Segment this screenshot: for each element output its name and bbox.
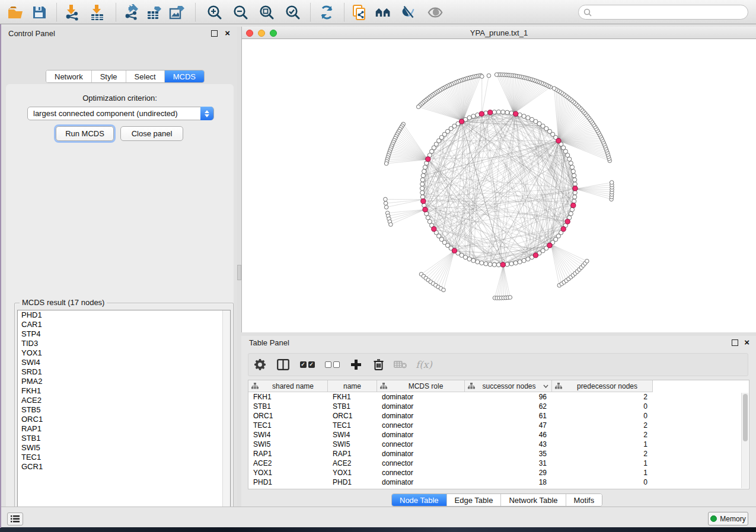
mcds-result-item[interactable]: SWI5 (18, 443, 230, 453)
close-table-panel-icon[interactable]: × (744, 336, 749, 348)
table-cell: 1 (552, 468, 653, 477)
column-label: successor nodes (475, 382, 543, 390)
table-cell: PHD1 (248, 477, 328, 487)
mcds-result-item[interactable]: ACE2 (18, 396, 230, 405)
mcds-list-scrollbar[interactable] (222, 310, 230, 520)
import-network-icon[interactable] (64, 4, 81, 21)
column-label: name (328, 382, 377, 390)
show-details-icon[interactable] (427, 4, 444, 21)
table-row[interactable]: FKH1FKH1dominator962 (248, 392, 749, 402)
table-row[interactable]: SWI4SWI4dominator462 (248, 430, 749, 440)
float-panel-icon[interactable] (211, 30, 218, 37)
tab-style[interactable]: Style (92, 70, 126, 82)
add-column-icon[interactable] (344, 357, 367, 373)
table-bottom-tabs: Node TableEdge TableNetwork TableMotifs (391, 493, 602, 507)
mcds-result-item[interactable]: ORC1 (18, 415, 230, 424)
zoom-selected-icon[interactable] (285, 4, 301, 21)
mcds-result-item[interactable]: RAP1 (18, 424, 230, 434)
chevron-down-icon[interactable] (543, 384, 548, 388)
table-row[interactable]: PHD1PHD1dominator180 (248, 477, 749, 487)
refresh-layout-icon[interactable] (318, 4, 335, 21)
splitter-grip[interactable] (237, 265, 241, 280)
column-header-name[interactable]: name (328, 380, 377, 392)
birds-eye-icon[interactable] (375, 4, 391, 21)
mcds-result-item[interactable]: SRD1 (18, 367, 230, 377)
tab-network-table[interactable]: Network Table (501, 494, 566, 506)
mcds-result-item[interactable]: SWI4 (18, 358, 230, 367)
mcds-result-list[interactable]: PHD1CAR1STP4TID3YOX1SWI4SRD1PMA2FKH1ACE2… (17, 310, 231, 521)
export-network-icon[interactable] (123, 4, 140, 21)
hierarchy-icon (251, 383, 259, 389)
mcds-result-item[interactable]: STB5 (18, 405, 230, 415)
table-panel: Table Panel × ✓✓ (241, 336, 756, 507)
mcds-result-item[interactable]: STB1 (18, 434, 230, 443)
float-table-panel-icon[interactable] (732, 339, 738, 346)
tab-node-table[interactable]: Node Table (392, 494, 447, 506)
copy-network-icon[interactable] (351, 4, 368, 21)
column-header-shared-name[interactable]: shared name (248, 380, 328, 392)
table-row[interactable]: SWI5SWI5connector431 (248, 440, 749, 449)
mcds-result-item[interactable]: STP4 (18, 329, 230, 339)
export-image-icon[interactable] (168, 4, 185, 21)
task-history-button[interactable] (7, 512, 23, 525)
mcds-result-item[interactable]: TEC1 (18, 453, 230, 462)
vertical-splitter[interactable] (237, 27, 241, 507)
table-row[interactable]: STB1STB1dominator620 (248, 402, 749, 411)
dropdown-stepper-icon[interactable] (200, 107, 213, 120)
table-row[interactable]: YOX1YOX1connector291 (248, 468, 749, 477)
tab-edge-table[interactable]: Edge Table (447, 494, 502, 506)
control-panel: Control Panel × NetworkStyleSelectMCDS O… (1, 27, 237, 507)
mcds-result-item[interactable]: YOX1 (18, 348, 230, 358)
table-scrollbar-thumb[interactable] (743, 394, 748, 441)
table-row[interactable]: ACE2ACE2connector311 (248, 459, 749, 468)
table-toolbar: ✓✓ f(x) (248, 353, 748, 376)
zoom-out-icon[interactable] (232, 4, 249, 21)
deselect-all-icon[interactable] (320, 357, 344, 373)
import-table-icon[interactable] (89, 4, 106, 21)
table-row[interactable]: RAP1RAP1dominator352 (248, 449, 749, 459)
zoom-in-icon[interactable] (206, 4, 223, 21)
tab-select[interactable]: Select (126, 70, 165, 82)
table-cell: 2 (552, 430, 653, 440)
network-graph-canvas[interactable] (242, 39, 756, 332)
tab-motifs[interactable]: Motifs (566, 494, 602, 506)
column-header-MCDS-role[interactable]: MCDS role (377, 380, 465, 392)
hide-details-icon[interactable] (401, 4, 417, 21)
mcds-result-item[interactable]: TID3 (18, 339, 230, 348)
list-icon (11, 515, 20, 523)
mcds-result-item[interactable]: PMA2 (18, 377, 230, 386)
select-all-icon[interactable]: ✓✓ (295, 357, 320, 373)
table-cell: SWI5 (248, 440, 328, 449)
search-input[interactable] (578, 5, 748, 20)
gear-icon[interactable] (248, 357, 271, 373)
tab-network[interactable]: Network (46, 70, 92, 82)
table-row[interactable]: ORC1ORC1dominator610 (248, 411, 749, 421)
split-columns-icon[interactable] (271, 357, 295, 373)
memory-button[interactable]: Memory (708, 512, 748, 525)
mcds-result-item[interactable]: FKH1 (18, 386, 230, 396)
mcds-result-item[interactable]: CAR1 (18, 320, 230, 329)
mcds-result-item[interactable]: PHD1 (18, 310, 230, 320)
criterion-dropdown[interactable]: largest connected component (undirected) (27, 107, 214, 120)
mcds-result-item[interactable]: GCR1 (18, 462, 230, 472)
delete-column-icon[interactable] (367, 357, 390, 373)
table-row[interactable]: TEC1TEC1connector472 (248, 421, 749, 430)
run-mcds-button[interactable]: Run MCDS (56, 126, 114, 141)
export-table-icon[interactable] (146, 4, 162, 21)
column-header-successor-nodes[interactable]: successor nodes (465, 380, 552, 392)
network-window-titlebar[interactable]: YPA_prune.txt_1 (242, 27, 756, 39)
desktop-background-left (0, 24, 1, 528)
table-scrollbar[interactable] (741, 393, 748, 488)
close-panel-icon[interactable]: × (225, 27, 230, 39)
hierarchy-icon (380, 383, 387, 389)
delete-table-icon[interactable] (390, 357, 411, 373)
close-panel-button[interactable]: Close panel (120, 126, 183, 141)
table-cell: dominator (377, 430, 465, 440)
column-header-predecessor-nodes[interactable]: predecessor nodes (552, 380, 653, 392)
status-bar: Memory (0, 507, 756, 528)
save-session-icon[interactable] (31, 4, 47, 21)
function-builder-icon[interactable]: f(x) (411, 357, 437, 373)
zoom-fit-icon[interactable] (259, 4, 275, 21)
tab-mcds[interactable]: MCDS (165, 70, 204, 82)
open-session-icon[interactable] (7, 4, 24, 21)
